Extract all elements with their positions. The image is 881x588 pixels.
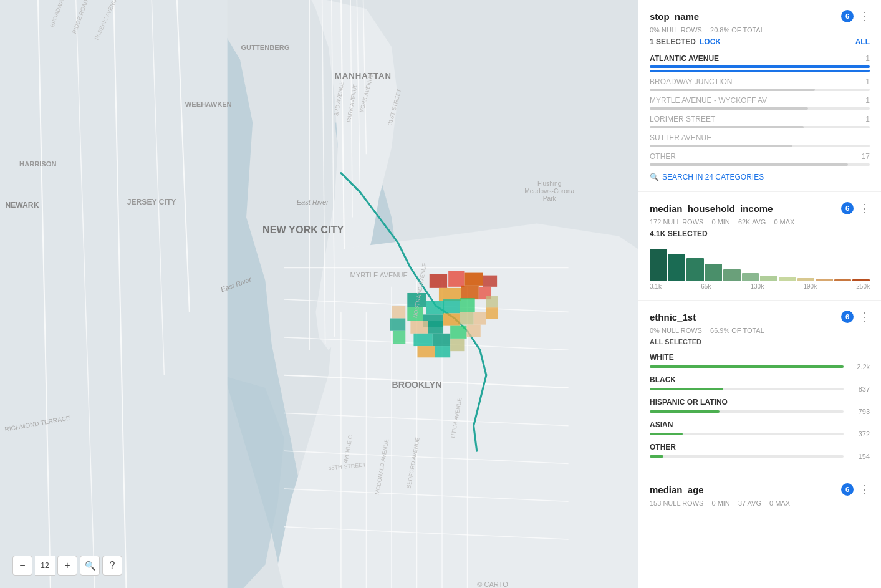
median-age-badge: 6 — [841, 483, 854, 496]
category-count-atlantic: 1 — [857, 54, 870, 63]
svg-rect-1 — [0, 0, 228, 588]
svg-text:WEEHAWKEN: WEEHAWKEN — [185, 100, 232, 108]
ethnic-menu[interactable]: ⋮ — [859, 311, 870, 322]
hist-bar-7 — [760, 276, 777, 281]
ethnic-name-asian: ASIAN — [650, 420, 870, 429]
median-age-title: median_age — [650, 484, 704, 495]
stop-name-lock[interactable]: LOCK — [700, 37, 721, 46]
ethnic-badge: 6 — [841, 311, 854, 323]
svg-rect-46 — [413, 334, 432, 346]
category-lorimer[interactable]: LORIMER STREET 1 — [650, 112, 870, 130]
svg-rect-53 — [392, 306, 405, 318]
histogram-axis: 3.1k 65k 130k 190k 250k — [650, 283, 870, 290]
category-name-sutter: SUTTER AVENUE — [650, 132, 711, 143]
ethnic-widget: ethnic_1st 6 ⋮ 0% NULL ROWS 66.9% OF TOT… — [638, 301, 881, 473]
ethnic-count-black: 837 — [847, 385, 870, 393]
svg-rect-47 — [433, 334, 450, 346]
svg-rect-42 — [428, 321, 443, 334]
zoom-out-button[interactable]: − — [12, 556, 32, 576]
search-map-button[interactable]: 🔍 — [80, 556, 100, 576]
ethnic-bar-black-fill — [650, 388, 723, 390]
svg-rect-54 — [390, 318, 405, 330]
hist-bar-11 — [834, 279, 852, 281]
ethnic-bar-other-bg — [650, 455, 844, 458]
median-income-menu[interactable]: ⋮ — [859, 203, 870, 214]
median-income-badge: 6 — [841, 202, 854, 214]
svg-text:Park: Park — [543, 195, 557, 202]
histogram-bars — [650, 243, 870, 281]
stop-name-meta: 0% NULL ROWS 20.8% OF TOTAL — [650, 26, 870, 34]
help-button[interactable]: ? — [102, 556, 122, 576]
median-age-meta: 153 NULL ROWS 0 MIN 37 AVG 0 MAX — [650, 499, 870, 507]
svg-text:JERSEY CITY: JERSEY CITY — [127, 198, 176, 206]
ethnic-count-other: 154 — [847, 453, 870, 460]
hist-bar-3 — [686, 258, 704, 281]
search-categories-link[interactable]: 🔍 SEARCH IN 24 CATEGORIES — [650, 173, 870, 181]
svg-text:BROOKLYN: BROOKLYN — [392, 380, 442, 390]
category-count-lorimer: 1 — [857, 115, 870, 123]
median-income-title: median_household_income — [650, 203, 773, 214]
svg-text:MYRTLE AVENUE: MYRTLE AVENUE — [350, 271, 408, 279]
svg-text:NEW YORK CITY: NEW YORK CITY — [262, 224, 344, 235]
zoom-in-button[interactable]: + — [57, 556, 77, 576]
svg-rect-56 — [486, 296, 498, 307]
median-age-header-right: 6 ⋮ — [841, 483, 870, 496]
category-sutter[interactable]: SUTTER AVENUE — [650, 130, 870, 149]
stop-name-selection-info: 1 SELECTED LOCK — [650, 37, 721, 46]
stop-name-selection-row: 1 SELECTED LOCK ALL — [650, 37, 870, 46]
ethnic-bar-asian-row: 372 — [650, 430, 870, 438]
zoom-level-display: 12 — [35, 556, 55, 576]
ethnic-hispanic[interactable]: HISPANIC OR LATINO 793 — [650, 395, 870, 418]
ethnic-name-other: OTHER — [650, 443, 870, 451]
svg-text:MANHATTAN: MANHATTAN — [335, 71, 392, 80]
map-svg: MANHATTAN NEW YORK CITY BROOKLYN GUTTENB… — [0, 0, 638, 588]
median-income-selected: 4.1K SELECTED — [650, 229, 870, 238]
ethnic-bar-asian-bg — [650, 433, 844, 435]
category-other[interactable]: OTHER 17 — [650, 149, 870, 168]
svg-text:© CARTO: © CARTO — [477, 581, 508, 588]
stop-name-menu[interactable]: ⋮ — [859, 11, 870, 22]
stop-name-title: stop_name — [650, 11, 699, 22]
category-atlantic-avenue[interactable]: ATLANTIC AVENUE 1 — [650, 51, 870, 70]
hist-bar-12 — [852, 279, 870, 281]
category-name-lorimer: LORIMER STREET — [650, 113, 715, 125]
ethnic-name-black: BLACK — [650, 375, 870, 384]
stop-name-all[interactable]: ALL — [855, 37, 870, 46]
ethnic-other[interactable]: OTHER 154 — [650, 440, 870, 463]
category-name-other-stop: OTHER — [650, 151, 676, 162]
svg-rect-31 — [483, 276, 497, 287]
ethnic-bar-asian-fill — [650, 433, 683, 435]
category-myrtle-wyckoff[interactable]: MYRTLE AVENUE - WYCKOFF AV 1 — [650, 93, 870, 112]
median-age-menu[interactable]: ⋮ — [859, 484, 870, 495]
svg-text:Flushing: Flushing — [537, 180, 561, 187]
ethnic-name-hispanic: HISPANIC OR LATINO — [650, 398, 870, 407]
svg-rect-30 — [464, 273, 483, 286]
median-income-header-right: 6 ⋮ — [841, 202, 870, 214]
svg-rect-55 — [393, 331, 405, 344]
svg-text:GUTTENBERG: GUTTENBERG — [241, 44, 289, 51]
category-broadway-junction[interactable]: BROADWAY JUNCTION 1 — [650, 74, 870, 93]
median-income-histogram[interactable]: 3.1k 65k 130k 190k 250k — [650, 243, 870, 290]
ethnic-asian[interactable]: ASIAN 372 — [650, 418, 870, 440]
category-name-broadway: BROADWAY JUNCTION — [650, 76, 732, 87]
ethnic-white[interactable]: WHITE 2.2k — [650, 350, 870, 373]
svg-rect-33 — [461, 286, 478, 299]
ethnic-count-white: 2.2k — [847, 363, 870, 370]
ethnic-meta: 0% NULL ROWS 66.9% OF TOTAL — [650, 327, 870, 334]
stop-name-header-right: 6 ⋮ — [841, 10, 870, 22]
svg-rect-44 — [460, 312, 473, 324]
svg-text:East River: East River — [297, 198, 330, 206]
stop-name-badge: 6 — [841, 10, 854, 22]
ethnic-title: ethnic_1st — [650, 312, 696, 322]
ethnic-bar-white-bg — [650, 365, 844, 368]
svg-rect-43 — [443, 313, 460, 325]
category-name-myrtle: MYRTLE AVENUE - WYCKOFF AV — [650, 95, 767, 106]
svg-text:Meadows-Corona: Meadows-Corona — [524, 188, 574, 195]
ethnic-bar-black-bg — [650, 388, 844, 390]
ethnic-count-asian: 372 — [847, 430, 870, 438]
ethnic-black[interactable]: BLACK 837 — [650, 373, 870, 395]
ethnic-bar-hispanic-bg — [650, 410, 844, 413]
map-container[interactable]: MANHATTAN NEW YORK CITY BROOKLYN GUTTENB… — [0, 0, 638, 588]
ethnic-bar-other-fill — [650, 455, 663, 458]
svg-rect-28 — [430, 274, 447, 288]
